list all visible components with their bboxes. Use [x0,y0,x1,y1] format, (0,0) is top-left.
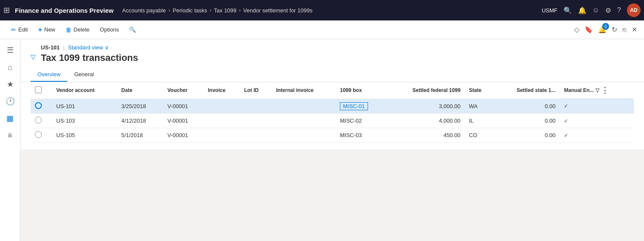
th-checkbox [31,82,52,99]
vendor-id-label: US-101 [41,44,60,51]
sidebar-favorites-icon[interactable]: ★ [3,77,18,92]
row-2-1099-box: MISC-02 [336,113,386,128]
search-icon[interactable]: 🔍 [564,6,572,14]
breadcrumb-sep-1: › [168,7,170,13]
refresh-icon[interactable]: ↻ [612,26,617,34]
close-icon[interactable]: ✕ [632,26,637,34]
tab-bar: Overview General [31,68,634,82]
delete-label: Delete [74,26,90,33]
th-vendor-account: Vendor account [52,82,117,99]
options-button[interactable]: Options [95,24,123,35]
th-voucher: Voucher [163,82,204,99]
notification-icon[interactable]: 🔔 0 [598,26,607,34]
row-3-state: CO [465,128,494,142]
bell-icon[interactable]: 🔔 [578,6,586,14]
table-more-icon[interactable]: ⋮ [601,86,609,95]
standard-view-selector[interactable]: Standard view ∨ [68,44,109,51]
header-checkbox[interactable] [35,86,42,93]
row-1-lot-id [240,99,272,113]
row-1-manual: ✓ [560,99,634,113]
row-1-state: WA [465,99,494,113]
content-wrapper: ▽ US-101 | Standard view ∨ Tax 1099 tran… [20,39,644,149]
row-2-manual: ✓ [560,113,634,128]
table-row[interactable]: US-101 3/25/2018 V-00001 MISC-01 3,000.0… [31,99,634,113]
sidebar-menu-icon[interactable]: ☰ [3,43,18,58]
tab-general[interactable]: General [67,68,101,82]
th-invoice: Invoice [204,82,240,99]
edit-icon: ✏ [11,26,16,33]
page-title: Tax 1099 transactions [41,52,138,63]
row-1-internal-invoice [272,99,336,113]
top-bar-right-actions: USMF 🔍 🔔 ☺ ⚙ ? AD [542,3,641,17]
row-3-manual: ✓ [560,128,634,142]
main-content: ▽ US-101 | Standard view ∨ Tax 1099 tran… [20,39,644,241]
sidebar-home-icon[interactable]: ⌂ [3,60,18,75]
row-2-voucher: V-00001 [163,113,204,128]
breadcrumb-accounts-payable[interactable]: Accounts payable [122,7,166,14]
row-3-voucher: V-00001 [163,128,204,142]
new-plus-icon: + [38,26,42,34]
standard-view-label: Standard view [68,44,103,51]
table-filter-icon[interactable]: ▽ [595,87,599,93]
help-icon[interactable]: ? [617,6,621,14]
row-2-settled-state: 0.00 [494,113,560,128]
new-button[interactable]: + New [34,24,59,36]
edit-button[interactable]: ✏ Edit [7,24,32,35]
options-label: Options [100,26,119,33]
row-3-checkbox[interactable] [35,131,42,138]
view-label-row: US-101 | Standard view ∨ [41,44,138,51]
breadcrumb-vendor-settlement[interactable]: Vendor settlement for 1099s [243,7,313,14]
bookmark-icon[interactable]: 🔖 [584,26,593,34]
row-2-invoice [204,113,240,128]
left-sidebar: ☰ ⌂ ★ 🕐 ▦ ≡ [0,39,20,241]
sidebar-modules-icon[interactable]: ≡ [3,128,18,143]
user-avatar[interactable]: AD [627,3,641,17]
th-internal-invoice: Internal invoice [272,82,336,99]
row-2-checkbox-cell [31,113,52,128]
row-2-vendor: US-103 [52,113,117,128]
row-2-settled-federal: 4,000.00 [386,113,465,128]
row-2-date: 4/12/2018 [117,113,163,128]
page-filter-icon[interactable]: ▽ [31,53,36,61]
th-lot-id: Lot ID [240,82,272,99]
misc-01-link[interactable]: MISC-01 [340,102,368,110]
sidebar-workspaces-icon[interactable]: ▦ [3,111,18,126]
diamond-icon[interactable]: ◇ [574,26,579,34]
smiley-icon[interactable]: ☺ [592,6,599,14]
breadcrumb: Accounts payable › Periodic tasks › Tax … [122,7,542,14]
apps-grid-icon[interactable]: ⊞ [3,6,10,15]
th-settled-federal: Settled federal 1099 [386,82,465,99]
breadcrumb-sep-2: › [210,7,211,13]
delete-icon: 🗑 [66,26,72,33]
edit-label: Edit [18,26,28,33]
table-row[interactable]: US-103 4/12/2018 V-00001 MISC-02 4,000.0… [31,113,634,128]
th-settled-state: Settled state 1... [494,82,560,99]
row-1-check-icon: ✓ [564,103,568,109]
row-1-checkbox[interactable] [35,102,42,109]
sidebar-recent-icon[interactable]: 🕐 [3,94,18,109]
row-3-lot-id [240,128,272,142]
breadcrumb-periodic-tasks[interactable]: Periodic tasks [172,7,207,14]
open-external-icon[interactable]: ⎋ [622,26,627,34]
settings-icon[interactable]: ⚙ [605,6,611,14]
tab-overview[interactable]: Overview [31,68,67,82]
command-bar: ✏ Edit + New 🗑 Delete Options 🔍 ◇ 🔖 🔔 0 … [0,20,644,39]
row-2-lot-id [240,113,272,128]
row-1-date: 3/25/2018 [117,99,163,113]
row-2-checkbox[interactable] [35,117,42,123]
row-1-settled-state: 0.00 [494,99,560,113]
view-separator: | [63,44,64,51]
breadcrumb-sep-3: › [239,7,241,13]
row-2-state: IL [465,113,494,128]
row-1-vendor: US-101 [52,99,117,113]
row-3-checkbox-cell [31,128,52,142]
row-1-1099-box[interactable]: MISC-01 [336,99,386,113]
table-row[interactable]: US-105 5/1/2018 V-00001 MISC-03 450.00 C… [31,128,634,142]
notification-badge: 0 [602,23,609,30]
command-search-icon: 🔍 [129,26,136,33]
breadcrumb-tax-1099[interactable]: Tax 1099 [214,7,236,14]
delete-button[interactable]: 🗑 Delete [61,24,94,35]
row-1-voucher: V-00001 [163,99,204,113]
command-bar-right: ◇ 🔖 🔔 0 ↻ ⎋ ✕ [574,26,637,34]
command-search-button[interactable]: 🔍 [125,24,140,35]
